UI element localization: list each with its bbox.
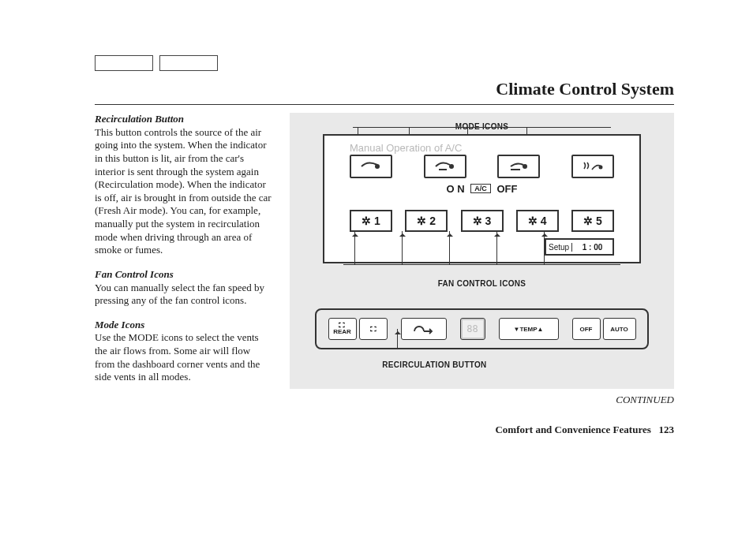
setup-label: Setup — [546, 243, 572, 252]
auto-label: AUTO — [610, 326, 628, 333]
fan-4: ✲4 — [516, 210, 559, 232]
leader-recirc — [397, 329, 398, 348]
page-title: Climate Control System — [95, 79, 674, 99]
clock-value: 1 : 00 — [572, 243, 613, 252]
fan-3-label: 3 — [485, 215, 492, 227]
ac-line: O N A/C OFF — [324, 183, 639, 195]
leader-mode-h — [353, 127, 611, 128]
main-layout: Recirculation Button This button control… — [95, 113, 674, 436]
auto-button: AUTO — [603, 318, 636, 340]
rear-label: REAR — [333, 328, 351, 335]
recirc-body: This button controls the source of the a… — [95, 126, 272, 256]
figure-column: MODE ICONS Manual Operation of A/C O N A… — [290, 113, 674, 436]
fan-icon: ✲ — [362, 215, 371, 227]
svg-point-3 — [598, 166, 602, 170]
fan-2-label: 2 — [429, 215, 436, 227]
fan-icon: ✲ — [528, 215, 538, 227]
mode-body: Use the MODE icons to select the vents t… — [95, 331, 260, 383]
setup-clock: Setup 1 : 00 — [545, 238, 614, 256]
fan-1: ✲1 — [350, 210, 392, 232]
header-tag-boxes — [95, 55, 674, 71]
temp-label: TEMP — [519, 326, 537, 333]
display-screen: Manual Operation of A/C O N A/C OFF ✲1 ✲… — [323, 134, 641, 263]
mode-icon-defrost-feet — [571, 155, 614, 178]
physical-panel: ⛶REAR ⛶ 88 ▼ TEMP ▲ OFF AUTO — [315, 308, 649, 349]
fan-icon: ✲ — [417, 215, 426, 227]
mode-icon-feet — [497, 155, 540, 178]
fan-icon: ✲ — [473, 215, 482, 227]
title-rule — [95, 104, 674, 105]
temp-display-value: 88 — [466, 323, 478, 334]
ac-chip: A/C — [470, 184, 491, 193]
fan-2: ✲2 — [405, 210, 448, 232]
recirc-heading: Recirculation Button — [95, 113, 184, 125]
leader-f2 — [402, 231, 403, 264]
leader-f5 — [544, 231, 545, 264]
text-column: Recirculation Button This button control… — [95, 113, 272, 436]
leader-fan-h — [343, 264, 620, 265]
front-defrost-button: ⛶ — [359, 318, 388, 340]
fan-row: ✲1 ✲2 ✲3 ✲4 ✲5 — [350, 210, 614, 232]
ac-off: OFF — [496, 183, 517, 195]
fan-4-label: 4 — [541, 215, 547, 227]
caption-fan-icons: FAN CONTROL ICONS — [301, 279, 663, 288]
fan-heading: Fan Control Icons — [95, 268, 174, 280]
fan-3: ✲3 — [461, 210, 504, 232]
temp-rocker: ▼ TEMP ▲ — [499, 318, 559, 340]
rear-defrost-button: ⛶REAR — [328, 318, 357, 340]
figure-box: MODE ICONS Manual Operation of A/C O N A… — [290, 113, 674, 389]
page-footer: Comfort and Convenience Features 123 — [290, 424, 674, 436]
ac-on: O N — [447, 183, 465, 195]
leader-f4 — [496, 231, 497, 264]
temp-display: 88 — [460, 318, 485, 340]
svg-point-1 — [449, 164, 454, 169]
mode-heading: Mode Icons — [95, 319, 144, 330]
fan-body: You can manually select the fan speed by… — [95, 282, 264, 307]
svg-point-2 — [523, 164, 527, 169]
footer-section: Comfort and Convenience Features — [495, 424, 650, 435]
mode-icon-face-feet — [424, 155, 466, 178]
blank-tab-2 — [159, 55, 218, 71]
blank-tab-1 — [95, 55, 153, 71]
ghost-text: Manual Operation of A/C — [350, 142, 462, 154]
off-button: OFF — [572, 318, 601, 340]
leader-f1 — [354, 231, 355, 264]
fan-5-label: 5 — [596, 215, 602, 227]
mode-icon-face — [350, 155, 392, 178]
svg-point-0 — [375, 164, 380, 169]
leader-f3 — [449, 231, 450, 264]
page-number: 123 — [659, 424, 675, 435]
fan-icon: ✲ — [583, 215, 593, 227]
fan-1-label: 1 — [374, 215, 380, 227]
caption-recirc: RECIRCULATION BUTTON — [301, 360, 663, 369]
off-label: OFF — [580, 326, 593, 333]
recirculation-button — [401, 318, 447, 340]
continued-label: CONTINUED — [290, 394, 674, 406]
fan-5: ✲5 — [571, 210, 614, 232]
mode-icon-row — [350, 155, 614, 178]
